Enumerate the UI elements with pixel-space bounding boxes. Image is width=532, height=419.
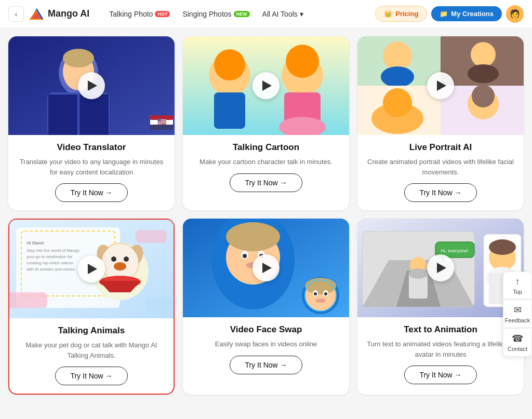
card-title-talking-cartoon: Talking Cartoon (233, 142, 299, 153)
card-desc-talking-animals: Make your pet dog or cat talk with Mango… (18, 340, 165, 360)
logo-icon (28, 6, 45, 22)
contact-icon: ☎ (512, 333, 523, 344)
thumbnail-live-portrait (357, 36, 524, 135)
play-icon (88, 264, 97, 274)
nav-all-tools-label: All AI Tools (262, 10, 298, 18)
play-button-video-translator[interactable] (78, 72, 105, 99)
nav-all-ai-tools[interactable]: All AI Tools ▾ (257, 7, 309, 21)
svg-rect-17 (214, 92, 245, 129)
svg-text:Step into the world of Mango: Step into the world of Mango (26, 248, 79, 253)
play-icon (262, 263, 272, 273)
feedback-label: Feedback (505, 317, 530, 323)
floater-feedback[interactable]: ✉ Feedback (503, 300, 532, 328)
pricing-label: Pricing (395, 10, 418, 18)
card-title-talking-animals: Talking Animals (58, 326, 125, 336)
play-button-video-face-swap[interactable] (252, 254, 280, 281)
svg-text:Hi, everyone!: Hi, everyone! (441, 248, 468, 253)
thumbnail-talking-animals: Hi there! Step into the world of Mango y… (9, 220, 174, 318)
header-right: 👑 Pricing 📁 My Creations 🧑 (375, 5, 524, 23)
try-button-talking-cartoon[interactable]: Try It Now → (230, 173, 302, 192)
play-button-text-to-animation[interactable] (427, 254, 454, 281)
feedback-icon: ✉ (514, 304, 522, 316)
play-button-live-portrait[interactable] (427, 72, 454, 99)
cards-grid: 🇺🇸 Video Translator Translate your video… (8, 36, 524, 395)
floater-contact[interactable]: ☎ Contact (503, 328, 532, 357)
svg-text:🇺🇸: 🇺🇸 (157, 117, 167, 126)
card-body-text-to-animation: Text to Animation Turn text to animated … (357, 317, 524, 395)
svg-point-50 (111, 256, 116, 262)
try-button-live-portrait[interactable]: Try It Now → (404, 183, 476, 202)
svg-point-9 (63, 49, 94, 67)
card-desc-video-translator: Translate your video to any language in … (17, 157, 166, 177)
dropdown-icon: ▾ (300, 10, 303, 18)
card-body-live-portrait: Live Portrait AI Create animated portrai… (357, 135, 524, 210)
card-body-video-face-swap: Video Face Swap Easily swap faces in vid… (183, 317, 349, 395)
svg-rect-55 (9, 292, 47, 308)
new-badge: NEW (234, 11, 250, 17)
card-body-talking-cartoon: Talking Cartoon Make your cartoon charac… (183, 135, 349, 210)
play-icon (437, 263, 446, 273)
try-button-video-face-swap[interactable]: Try It Now → (230, 356, 302, 374)
card-desc-live-portrait: Create animated portrait videos with lif… (366, 157, 515, 177)
play-icon (262, 80, 272, 91)
try-button-text-to-animation[interactable]: Try It Now → (404, 366, 476, 384)
svg-point-63 (243, 254, 247, 258)
play-icon (88, 80, 97, 91)
card-desc-talking-cartoon: Make your cartoon character talk in minu… (200, 157, 332, 167)
back-icon: ‹ (15, 10, 18, 18)
svg-point-29 (471, 42, 496, 67)
main-nav: Talking Photo HOT Singing Photos NEW All… (104, 7, 371, 21)
thumbnail-video-translator: 🇺🇸 (8, 36, 175, 135)
svg-point-71 (314, 292, 317, 295)
my-creations-button[interactable]: 📁 My Creations (431, 6, 502, 21)
svg-point-26 (383, 42, 412, 71)
svg-point-19 (286, 45, 319, 78)
pricing-button[interactable]: 👑 Pricing (375, 6, 427, 22)
card-title-video-translator: Video Translator (57, 142, 126, 153)
try-button-talking-animals[interactable]: Try It Now → (55, 367, 127, 385)
contact-label: Contact (508, 346, 527, 352)
folder-icon: 📁 (440, 10, 448, 18)
back-button[interactable]: ‹ (8, 6, 24, 22)
avatar[interactable]: 🧑 (506, 5, 524, 23)
try-button-video-translator[interactable]: Try It Now → (55, 183, 127, 202)
sidebar-floater: ↑ Top ✉ Feedback ☎ Contact (503, 272, 532, 357)
logo-text: Mango AI (48, 8, 89, 19)
nav-talking-photo[interactable]: Talking Photo HOT (104, 7, 175, 21)
card-body-video-translator: Video Translator Translate your video to… (8, 135, 175, 210)
svg-text:with AI avatars and voices.: with AI avatars and voices. (26, 267, 76, 272)
svg-point-16 (214, 49, 245, 80)
logo[interactable]: Mango AI (28, 6, 89, 22)
thumbnail-video-face-swap (183, 219, 349, 317)
svg-point-61 (226, 222, 280, 251)
avatar-icon: 🧑 (510, 9, 520, 19)
card-desc-video-face-swap: Easily swap faces in videos online (215, 339, 317, 349)
crown-icon: 👑 (384, 10, 392, 18)
svg-point-83 (409, 268, 428, 279)
svg-rect-57 (146, 298, 172, 310)
top-icon: ↑ (515, 276, 520, 287)
hot-badge: HOT (155, 11, 170, 17)
card-video-face-swap: Video Face Swap Easily swap faces in vid… (183, 219, 349, 395)
thumbnail-text-to-animation: Hi, everyone! (357, 219, 524, 317)
card-body-talking-animals: Talking Animals Make your pet dog or cat… (9, 318, 174, 394)
svg-point-27 (381, 66, 414, 87)
card-title-live-portrait: Live Portrait AI (409, 142, 472, 153)
card-live-portrait: Live Portrait AI Create animated portrai… (357, 36, 524, 210)
svg-rect-56 (136, 230, 167, 243)
floater-top[interactable]: ↑ Top (503, 272, 532, 300)
card-title-text-to-animation: Text to Animation (404, 325, 477, 335)
svg-rect-6 (48, 94, 77, 135)
play-button-talking-cartoon[interactable] (252, 72, 280, 99)
nav-talking-photo-label: Talking Photo (109, 10, 153, 18)
card-talking-animals: Hi there! Step into the world of Mango y… (8, 219, 175, 395)
main-content: 🇺🇸 Video Translator Translate your video… (0, 28, 532, 419)
svg-point-51 (124, 256, 129, 262)
nav-singing-photos[interactable]: Singing Photos NEW (177, 7, 255, 21)
card-video-translator: 🇺🇸 Video Translator Translate your video… (8, 36, 175, 210)
svg-point-73 (324, 292, 327, 295)
svg-point-30 (468, 64, 499, 83)
play-button-talking-animals[interactable] (78, 255, 105, 282)
svg-text:creating top-notch videos: creating top-notch videos (26, 261, 73, 265)
nav-singing-photos-label: Singing Photos (182, 10, 231, 18)
